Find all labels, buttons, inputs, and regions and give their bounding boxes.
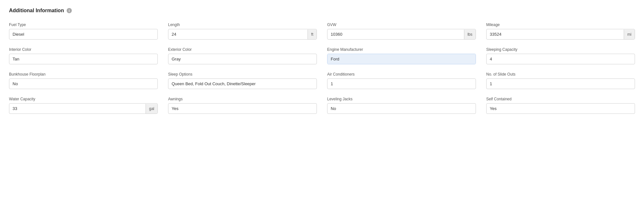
leveling-jacks-group: Leveling Jacks No Yes [327, 97, 476, 114]
no-of-slide-outs-input-wrapper [486, 78, 635, 89]
interior-color-label: Interior Color [9, 47, 158, 52]
length-unit: ft [308, 30, 317, 39]
fuel-type-select-wrapper: Diesel Gas Electric Hybrid [9, 29, 158, 40]
sleeping-capacity-input[interactable] [487, 54, 635, 64]
section-title: Additional Information [9, 8, 64, 14]
fuel-type-group: Fuel Type Diesel Gas Electric Hybrid [9, 23, 158, 40]
engine-manufacturer-label: Engine Manufacturer [327, 47, 476, 52]
awnings-select[interactable]: Yes No [168, 104, 317, 114]
bunkhouse-floorplan-select-wrapper: No Yes [9, 78, 158, 89]
water-capacity-unit: gal [146, 104, 157, 114]
exterior-color-group: Exterior Color [168, 47, 317, 64]
interior-color-input-wrapper [9, 54, 158, 64]
self-contained-group: Self Contained Yes No [486, 97, 635, 114]
bunkhouse-floorplan-group: Bunkhouse Floorplan No Yes [9, 72, 158, 89]
exterior-color-label: Exterior Color [168, 47, 317, 52]
section-header: Additional Information i [9, 8, 635, 14]
sleeping-capacity-group: Sleeping Capacity [486, 47, 635, 64]
bunkhouse-floorplan-select[interactable]: No Yes [9, 79, 157, 89]
no-of-slide-outs-label: No. of Slide Outs [486, 72, 635, 77]
gvw-input-wrapper: lbs [327, 29, 476, 40]
sleep-options-label: Sleep Options [168, 72, 317, 77]
bunkhouse-floorplan-label: Bunkhouse Floorplan [9, 72, 158, 77]
air-conditioners-label: Air Conditioners [327, 72, 476, 77]
self-contained-label: Self Contained [486, 97, 635, 101]
sleep-options-input-wrapper [168, 78, 317, 89]
sleep-options-input[interactable] [168, 79, 317, 89]
info-icon[interactable]: i [67, 8, 72, 13]
gvw-group: GVW lbs [327, 23, 476, 40]
mileage-input[interactable] [487, 29, 624, 39]
water-capacity-input[interactable] [9, 104, 146, 114]
engine-manufacturer-group: Engine Manufacturer [327, 47, 476, 64]
sleep-options-group: Sleep Options [168, 72, 317, 89]
page-container: Additional Information i Fuel Type Diese… [0, 0, 644, 210]
water-capacity-input-wrapper: gal [9, 103, 158, 114]
air-conditioners-input[interactable] [327, 79, 476, 89]
fuel-type-select[interactable]: Diesel Gas Electric Hybrid [9, 29, 157, 39]
leveling-jacks-label: Leveling Jacks [327, 97, 476, 101]
gvw-unit: lbs [464, 30, 476, 39]
water-capacity-group: Water Capacity gal [9, 97, 158, 114]
leveling-jacks-select-wrapper: No Yes [327, 103, 476, 114]
form-grid: Fuel Type Diesel Gas Electric Hybrid Len… [9, 23, 635, 114]
awnings-select-wrapper: Yes No [168, 103, 317, 114]
gvw-input[interactable] [327, 29, 464, 39]
self-contained-select-wrapper: Yes No [486, 103, 635, 114]
mileage-input-wrapper: mi [486, 29, 635, 40]
sleeping-capacity-input-wrapper [486, 54, 635, 64]
awnings-label: Awnings [168, 97, 317, 101]
fuel-type-label: Fuel Type [9, 23, 158, 27]
exterior-color-input-wrapper [168, 54, 317, 64]
gvw-label: GVW [327, 23, 476, 27]
interior-color-input[interactable] [9, 54, 157, 64]
leveling-jacks-select[interactable]: No Yes [327, 104, 476, 114]
length-input-wrapper: ft [168, 29, 317, 40]
awnings-group: Awnings Yes No [168, 97, 317, 114]
no-of-slide-outs-group: No. of Slide Outs [486, 72, 635, 89]
mileage-label: Mileage [486, 23, 635, 27]
mileage-group: Mileage mi [486, 23, 635, 40]
exterior-color-input[interactable] [168, 54, 317, 64]
no-of-slide-outs-input[interactable] [487, 79, 635, 89]
length-input[interactable] [168, 29, 308, 39]
length-group: Length ft [168, 23, 317, 40]
water-capacity-label: Water Capacity [9, 97, 158, 101]
engine-manufacturer-input[interactable] [327, 54, 476, 64]
air-conditioners-group: Air Conditioners [327, 72, 476, 89]
length-label: Length [168, 23, 317, 27]
air-conditioners-input-wrapper [327, 78, 476, 89]
interior-color-group: Interior Color [9, 47, 158, 64]
engine-manufacturer-input-wrapper [327, 54, 476, 64]
self-contained-select[interactable]: Yes No [487, 104, 635, 114]
mileage-unit: mi [624, 30, 635, 39]
sleeping-capacity-label: Sleeping Capacity [486, 47, 635, 52]
